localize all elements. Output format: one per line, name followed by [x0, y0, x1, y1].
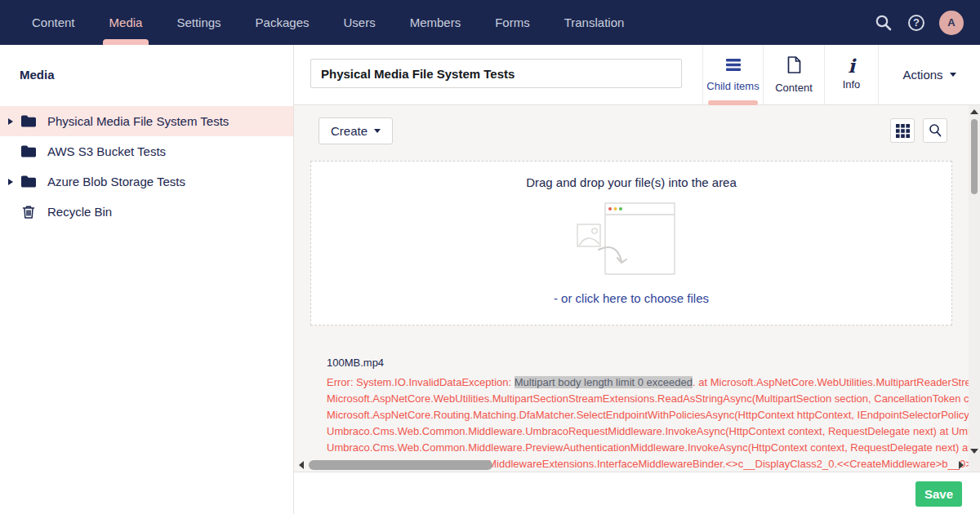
caret-right-icon[interactable] — [8, 179, 13, 185]
scroll-left-arrow-icon[interactable] — [299, 461, 304, 469]
save-button[interactable]: Save — [915, 481, 962, 507]
error-line: Umbraco.Cms.Web.Common.Middleware.Umbrac… — [327, 423, 969, 440]
info-icon: i — [848, 59, 855, 73]
nav-item-media[interactable]: Media — [92, 0, 160, 45]
error-highlight: Multipart body length limit 0 exceeded — [514, 376, 693, 388]
nav-utilities: ? A — [874, 11, 980, 35]
choose-files-link[interactable]: - or click here to choose files — [554, 291, 709, 305]
help-icon[interactable]: ? — [908, 15, 924, 31]
actions-dropdown[interactable]: Actions — [878, 45, 980, 104]
trash-icon — [20, 205, 37, 219]
editor-header: Child items Content i Info Actions — [294, 45, 980, 105]
scroll-down-arrow-icon[interactable] — [970, 449, 978, 454]
sidebar-heading: Media — [0, 45, 293, 82]
caret-down-icon — [374, 129, 381, 133]
tree-item-azure-blob[interactable]: Azure Blob Storage Tests — [0, 166, 293, 197]
search-icon[interactable] — [874, 13, 893, 33]
active-underline — [103, 39, 149, 45]
grid-view-button[interactable] — [890, 118, 915, 143]
nav-item-settings[interactable]: Settings — [159, 0, 238, 45]
error-line: Microsoft.AspNetCore.Routing.Matching.Df… — [327, 407, 969, 423]
horizontal-scrollbar[interactable] — [296, 459, 965, 471]
nav-item-content[interactable]: Content — [15, 0, 92, 45]
nav-item-packages[interactable]: Packages — [238, 0, 327, 45]
document-icon — [787, 56, 801, 77]
nav-item-forms[interactable]: Forms — [478, 0, 547, 45]
vertical-scrollbar[interactable] — [969, 105, 980, 472]
tab-info[interactable]: i Info — [824, 45, 878, 104]
error-line: Umbraco.Cms.Web.Common.Middleware.Previe… — [327, 440, 969, 456]
folder-icon — [20, 175, 37, 189]
upload-result: 100MB.mp4 Error: System.IO.InvalidDataEx… — [327, 357, 969, 472]
tree-item-aws-s3[interactable]: AWS S3 Bucket Tests — [0, 136, 293, 166]
media-name-input[interactable] — [310, 59, 682, 88]
folder-icon — [20, 114, 37, 129]
uploaded-filename: 100MB.mp4 — [327, 357, 969, 369]
nav-item-members[interactable]: Members — [393, 0, 479, 45]
file-dropzone[interactable]: Drag and drop your file(s) into the area — [310, 161, 952, 326]
upload-illustration — [550, 201, 713, 281]
scroll-right-arrow-icon[interactable] — [959, 461, 964, 469]
search-children-button[interactable] — [923, 118, 947, 143]
editor-tabs: Child items Content i Info Actions — [702, 45, 980, 104]
nav-item-users[interactable]: Users — [326, 0, 392, 45]
editor-main: Child items Content i Info Actions — [294, 45, 980, 514]
search-icon — [928, 123, 942, 138]
active-tab-indicator — [708, 100, 758, 105]
avatar[interactable]: A — [939, 11, 964, 35]
folder-icon — [20, 144, 37, 159]
list-icon — [725, 58, 742, 75]
tab-content[interactable]: Content — [763, 45, 824, 104]
nav-item-translation[interactable]: Translation — [547, 0, 642, 45]
create-button[interactable]: Create — [318, 117, 393, 144]
vertical-scrollbar-thumb[interactable] — [971, 119, 978, 194]
media-tree-sidebar: Media Physical Media File System Tests A… — [0, 45, 294, 514]
caret-right-icon[interactable] — [8, 118, 13, 125]
tree-item-recycle-bin[interactable]: Recycle Bin — [0, 197, 293, 227]
section-nav: Content Media Settings Packages Users Me… — [0, 0, 641, 45]
tab-child-items[interactable]: Child items — [702, 45, 763, 104]
grid-icon — [896, 124, 910, 138]
horizontal-scrollbar-thumb[interactable] — [309, 460, 492, 470]
editor-footer: Save — [294, 472, 980, 514]
dropzone-instruction: Drag and drop your file(s) into the area — [526, 175, 737, 189]
scroll-up-arrow-icon[interactable] — [970, 109, 978, 114]
tree-item-physical-media[interactable]: Physical Media File System Tests — [0, 106, 293, 136]
error-line: Microsoft.AspNetCore.WebUtilities.Multip… — [327, 391, 969, 407]
child-items-panel: Create Drag and drop your file(s) into t… — [294, 105, 969, 472]
media-tree: Physical Media File System Tests AWS S3 … — [0, 106, 293, 227]
error-line: Error: System.IO.InvalidDataException: M… — [327, 374, 969, 391]
caret-down-icon — [950, 73, 956, 77]
top-navigation: Content Media Settings Packages Users Me… — [0, 0, 980, 45]
